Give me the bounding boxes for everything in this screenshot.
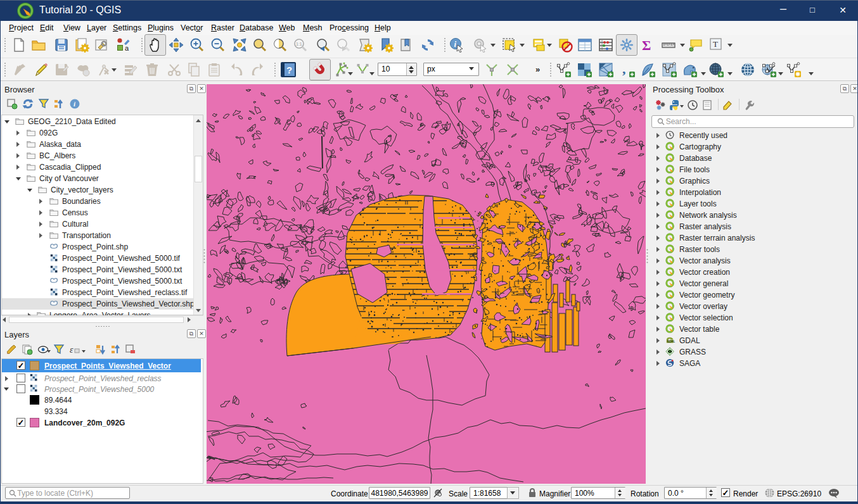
svg-text:ε: ε — [70, 345, 74, 355]
svg-text:T: T — [713, 39, 718, 49]
svg-text:a: a — [125, 44, 129, 52]
svg-text:Σ: Σ — [642, 37, 651, 53]
svg-text:,: , — [622, 62, 626, 77]
svg-text:?: ? — [286, 65, 292, 75]
svg-text:i: i — [454, 39, 457, 49]
svg-text:1:1: 1:1 — [296, 42, 302, 46]
svg-text:GDAL: GDAL — [667, 340, 676, 343]
